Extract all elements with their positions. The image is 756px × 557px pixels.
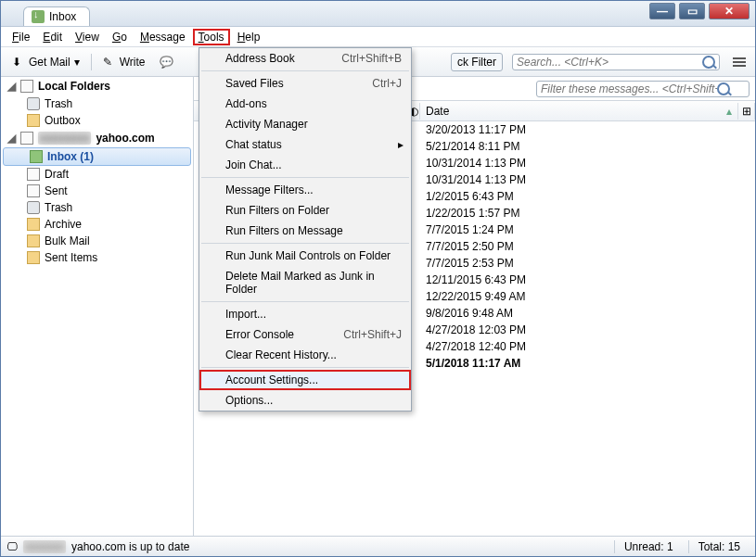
menu-help[interactable]: Help — [232, 29, 266, 45]
chat-button[interactable]: 💬 — [154, 53, 178, 71]
message-date: 1/2/2015 6:43 PM — [420, 189, 755, 204]
window-tab[interactable]: Inbox — [23, 6, 90, 26]
folder-archive[interactable]: Archive — [1, 216, 193, 233]
folder-inbox-[interactable]: Inbox (1) — [3, 147, 191, 166]
menu-item-clear-recent-history[interactable]: Clear Recent History... — [199, 345, 411, 365]
computer-icon — [20, 80, 33, 93]
folder-draft[interactable]: Draft — [1, 166, 193, 183]
chat-icon: 💬 — [160, 56, 173, 69]
menu-item-delete-mail-marked-as-junk-in-folder[interactable]: Delete Mail Marked as Junk in Folder — [199, 266, 411, 299]
message-date: 3/20/2013 11:17 PM — [420, 122, 755, 137]
submenu-arrow-icon: ▸ — [398, 138, 404, 151]
mail-account[interactable]: ◢xxxxxxxxyahoo.com — [1, 129, 193, 147]
status-account-redacted: xxxxxxx — [23, 540, 66, 553]
folder-bulk-mail[interactable]: Bulk Mail — [1, 233, 193, 249]
message-date: 5/21/2014 8:11 PM — [420, 139, 755, 154]
fld-icon — [27, 114, 40, 127]
menu-item-chat-status[interactable]: Chat status▸ — [199, 134, 411, 155]
minimize-button[interactable]: — — [649, 3, 675, 19]
menu-item-options[interactable]: Options... — [199, 390, 411, 411]
menu-item-run-junk-mail-controls-on-folder[interactable]: Run Junk Mail Controls on Folder — [199, 246, 411, 266]
menu-item-join-chat: Join Chat... — [199, 155, 411, 175]
filter-input[interactable] — [541, 82, 717, 95]
message-date: 5/1/2018 11:17 AM — [420, 356, 755, 371]
menu-item-saved-files[interactable]: Saved FilesCtrl+J — [199, 73, 411, 94]
close-button[interactable]: ✕ — [709, 3, 750, 19]
pencil-icon: ✎ — [103, 56, 116, 69]
message-date: 4/27/2018 12:03 PM — [420, 323, 755, 337]
menu-message[interactable]: Message — [135, 29, 191, 45]
trash-icon — [27, 201, 40, 214]
menu-item-activity-manager[interactable]: Activity Manager — [199, 114, 411, 134]
menu-view[interactable]: View — [70, 29, 105, 45]
folder-pane: ◢Local Folders TrashOutbox ◢xxxxxxxxyaho… — [1, 77, 194, 536]
inbox-icon — [30, 150, 43, 163]
message-date: 7/7/2015 2:50 PM — [420, 239, 755, 254]
folder-outbox[interactable]: Outbox — [1, 112, 193, 129]
col-date[interactable]: Date▴ — [420, 103, 738, 120]
activity-icon: 🖵 — [6, 540, 18, 553]
message-date: 7/7/2015 2:53 PM — [420, 256, 755, 271]
folder-sent-items[interactable]: Sent Items — [1, 249, 193, 266]
file-icon — [27, 184, 40, 197]
folder-sent[interactable]: Sent — [1, 183, 193, 199]
message-date: 4/27/2018 12:40 PM — [420, 339, 755, 354]
titlebar: Inbox — ▭ ✕ — [1, 1, 755, 27]
tools-menu-dropdown: Address BookCtrl+Shift+BSaved FilesCtrl+… — [199, 47, 412, 411]
status-bar: 🖵 xxxxxxx yahoo.com is up to date Unread… — [1, 536, 755, 556]
tab-title: Inbox — [49, 10, 76, 23]
message-date: 12/22/2015 9:49 AM — [420, 289, 755, 304]
menubar: FileEditViewGoMessageToolsHelp — [1, 27, 755, 47]
search-box[interactable] — [512, 54, 720, 70]
file-icon — [27, 168, 40, 181]
menu-item-error-console[interactable]: Error ConsoleCtrl+Shift+J — [199, 324, 411, 345]
folder-trash[interactable]: Trash — [1, 95, 193, 112]
write-button[interactable]: ✎Write — [97, 53, 151, 71]
menu-item-add-ons[interactable]: Add-ons — [199, 94, 411, 114]
menu-item-address-book[interactable]: Address BookCtrl+Shift+B — [199, 48, 411, 69]
menu-edit[interactable]: Edit — [37, 29, 68, 45]
status-total: Total: 15 — [688, 540, 750, 553]
fld-icon — [27, 251, 40, 264]
menu-item-run-filters-on-folder[interactable]: Run Filters on Folder — [199, 200, 411, 221]
col-picker[interactable]: ⊞ — [738, 103, 755, 120]
search-input[interactable] — [517, 56, 702, 69]
status-unread: Unread: 1 — [614, 540, 683, 553]
trash-icon — [27, 97, 40, 110]
account-name-redacted: xxxxxxxx — [38, 132, 91, 145]
menu-item-run-filters-on-message: Run Filters on Message — [199, 221, 411, 241]
message-date: 9/8/2016 9:48 AM — [420, 306, 755, 321]
folder-trash[interactable]: Trash — [1, 199, 193, 216]
menu-button[interactable] — [729, 54, 750, 70]
menu-file[interactable]: File — [6, 29, 35, 45]
menu-tools[interactable]: Tools — [193, 29, 230, 45]
menu-item-import[interactable]: Import... — [199, 304, 411, 324]
fld-icon — [27, 234, 40, 247]
message-date: 7/7/2015 1:24 PM — [420, 222, 755, 237]
quick-filter-button[interactable]: ck Filter — [451, 53, 503, 71]
status-message: yahoo.com is up to date — [71, 540, 189, 553]
message-date: 10/31/2014 1:13 PM — [420, 156, 755, 171]
menu-item-message-filters[interactable]: Message Filters... — [199, 180, 411, 200]
search-icon[interactable] — [702, 56, 715, 69]
inbox-icon — [32, 10, 45, 23]
menu-item-account-settings[interactable]: Account Settings... — [199, 370, 411, 390]
message-date: 12/11/2015 6:43 PM — [420, 272, 755, 287]
search-icon[interactable] — [717, 82, 730, 95]
fld-icon — [27, 218, 40, 231]
menu-go[interactable]: Go — [107, 29, 133, 45]
filter-box[interactable] — [536, 81, 750, 97]
download-icon: ⬇ — [12, 56, 25, 69]
message-date: 1/22/2015 1:57 PM — [420, 206, 755, 221]
local-folders-account[interactable]: ◢Local Folders — [1, 77, 193, 95]
separator — [91, 54, 92, 70]
maximize-button[interactable]: ▭ — [679, 3, 705, 19]
message-date: 10/31/2014 1:13 PM — [420, 172, 755, 187]
account-icon — [20, 132, 33, 145]
get-mail-button[interactable]: ⬇Get Mail ▾ — [6, 53, 85, 71]
